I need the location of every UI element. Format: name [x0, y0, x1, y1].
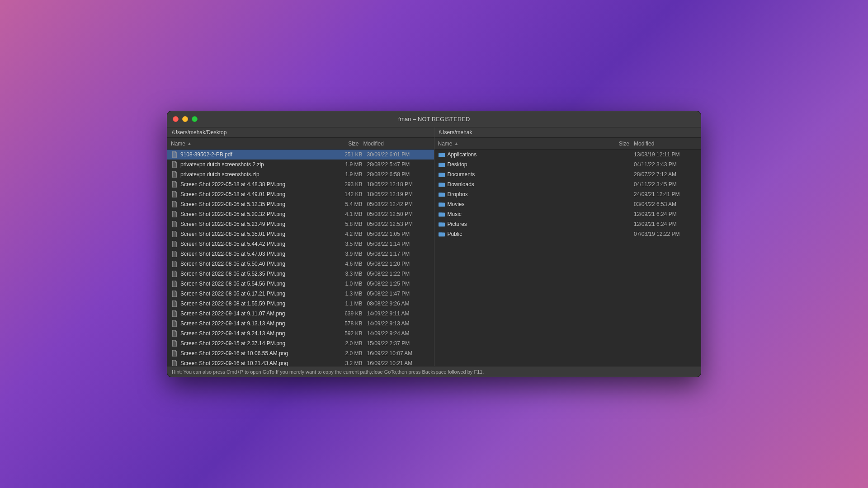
left-file-row[interactable]: Screen Shot 2022-08-05 at 5.23.49 PM.png… [167, 219, 434, 229]
file-modified: 13/08/19 12:11 PM [634, 151, 697, 158]
file-size: 5.4 MB [331, 201, 367, 207]
right-file-row[interactable]: Movies 03/04/22 6:53 AM [434, 199, 701, 209]
left-file-row[interactable]: Screen Shot 2022-09-15 at 2.37.14 PM.png… [167, 338, 434, 348]
file-name: Screen Shot 2022-08-05 at 5.50.40 PM.png [180, 261, 331, 267]
file-modified: 05/08/22 12:42 PM [367, 201, 430, 207]
file-name: Screen Shot 2022-05-18 at 4.49.01 PM.png [180, 191, 331, 197]
left-file-row[interactable]: Screen Shot 2022-08-05 at 5.12.35 PM.png… [167, 199, 434, 209]
svg-rect-17 [439, 233, 445, 236]
left-file-row[interactable]: Screen Shot 2022-08-05 at 6.17.21 PM.png… [167, 289, 434, 299]
svg-rect-13 [439, 213, 445, 216]
file-size: 1.0 MB [331, 281, 367, 287]
right-sort-arrow-icon: ▲ [454, 141, 459, 146]
left-file-row[interactable]: Screen Shot 2022-08-05 at 5.54.56 PM.png… [167, 279, 434, 289]
window-title: fman – NOT REGISTERED [398, 116, 470, 122]
file-modified: 15/09/22 2:37 PM [367, 340, 430, 347]
file-icon [171, 300, 178, 307]
left-file-row[interactable]: Screen Shot 2022-09-14 at 9.11.07 AM.png… [167, 309, 434, 319]
file-modified: 05/08/22 1:25 PM [367, 281, 430, 287]
file-modified: 12/09/21 6:24 PM [634, 211, 697, 217]
left-pane: /Users/mehak/Desktop Name ▲ Size Modifie… [167, 127, 434, 366]
right-file-row[interactable]: Dropbox 24/09/21 12:41 PM [434, 189, 701, 199]
file-name: Screen Shot 2022-08-05 at 5.47.03 PM.png [180, 251, 331, 257]
right-col-modified[interactable]: Modified [634, 141, 697, 147]
folder-icon [438, 211, 445, 218]
file-icon [171, 240, 178, 248]
svg-rect-5 [439, 173, 445, 177]
file-modified: 14/09/22 9:13 AM [367, 320, 430, 327]
minimize-button[interactable] [182, 116, 188, 122]
file-modified: 18/05/22 12:19 PM [367, 191, 430, 197]
file-icon [171, 340, 178, 347]
file-modified: 05/08/22 1:17 PM [367, 251, 430, 257]
left-file-row[interactable]: Screen Shot 2022-08-05 at 5.20.32 PM.png… [167, 209, 434, 219]
folder-icon [438, 151, 445, 158]
left-file-row[interactable]: Screen Shot 2022-08-05 at 5.47.03 PM.png… [167, 249, 434, 259]
right-file-row[interactable]: Downloads 04/11/22 3:45 PM [434, 179, 701, 189]
file-modified: 04/11/22 3:45 PM [634, 181, 697, 188]
right-file-row[interactable]: Documents 28/07/22 7:12 AM [434, 169, 701, 179]
left-file-row[interactable]: Screen Shot 2022-08-05 at 5.35.01 PM.png… [167, 229, 434, 239]
file-modified: 14/09/22 9:24 AM [367, 330, 430, 337]
maximize-button[interactable] [192, 116, 198, 122]
svg-rect-7 [439, 183, 445, 187]
file-name: Screen Shot 2022-08-05 at 5.23.49 PM.png [180, 221, 331, 227]
svg-rect-9 [439, 193, 445, 197]
left-file-row[interactable]: Screen Shot 2022-05-18 at 4.48.38 PM.png… [167, 179, 434, 189]
file-size: 2.0 MB [331, 350, 367, 357]
right-file-row[interactable]: Pictures 12/09/21 6:24 PM [434, 219, 701, 229]
left-file-row[interactable]: Screen Shot 2022-05-18 at 4.49.01 PM.png… [167, 189, 434, 199]
left-col-size[interactable]: Size [327, 141, 363, 147]
file-name: Movies [448, 201, 598, 207]
left-file-row[interactable]: privatevpn dutch screenshots 2.zip 1.9 M… [167, 160, 434, 169]
left-file-row[interactable]: privatevpn dutch screenshots.zip 1.9 MB … [167, 169, 434, 179]
left-file-row[interactable]: Screen Shot 2022-08-08 at 1.55.59 PM.png… [167, 299, 434, 309]
file-icon [171, 230, 178, 238]
file-size: 293 KB [331, 181, 367, 188]
file-name: Documents [448, 171, 598, 178]
file-name: Screen Shot 2022-08-05 at 5.44.42 PM.png [180, 241, 331, 247]
left-col-modified[interactable]: Modified [363, 141, 427, 147]
left-col-name[interactable]: Name ▲ [171, 141, 327, 147]
file-size: 1.9 MB [331, 171, 367, 178]
file-size: 3.3 MB [331, 271, 367, 277]
left-pane-path: /Users/mehak/Desktop [167, 127, 434, 138]
left-file-row[interactable]: Screen Shot 2022-09-16 at 10.06.55 AM.pn… [167, 348, 434, 358]
left-file-row[interactable]: Screen Shot 2022-08-05 at 5.50.40 PM.png… [167, 259, 434, 269]
right-pane-path: /Users/mehak [434, 127, 701, 138]
right-file-row[interactable]: Desktop 04/11/22 3:43 PM [434, 160, 701, 169]
folder-icon [438, 181, 445, 188]
left-file-row[interactable]: 9108-39502-2-PB.pdf 251 KB 30/09/22 6:01… [167, 150, 434, 160]
file-icon [171, 171, 178, 178]
file-name: Screen Shot 2022-09-14 at 9.24.13 AM.png [180, 330, 331, 337]
close-button[interactable] [173, 116, 179, 122]
file-name: Screen Shot 2022-09-14 at 9.13.13 AM.png [180, 320, 331, 327]
left-file-row[interactable]: Screen Shot 2022-08-05 at 5.52.35 PM.png… [167, 269, 434, 279]
file-icon [171, 161, 178, 168]
left-file-row[interactable]: Screen Shot 2022-08-05 at 5.44.42 PM.png… [167, 239, 434, 249]
left-file-list[interactable]: 9108-39502-2-PB.pdf 251 KB 30/09/22 6:01… [167, 150, 434, 366]
svg-rect-3 [439, 163, 445, 167]
right-col-size[interactable]: Size [598, 141, 634, 147]
right-col-name[interactable]: Name ▲ [438, 141, 598, 147]
right-file-row[interactable]: Applications 13/08/19 12:11 PM [434, 150, 701, 160]
file-size: 2.0 MB [331, 340, 367, 347]
file-icon [171, 201, 178, 208]
left-file-row[interactable]: Screen Shot 2022-09-14 at 9.24.13 AM.png… [167, 328, 434, 338]
file-modified: 16/09/22 10:21 AM [367, 360, 430, 366]
file-modified: 05/08/22 1:47 PM [367, 291, 430, 297]
pane-container: /Users/mehak/Desktop Name ▲ Size Modifie… [167, 127, 701, 366]
file-name: Music [448, 211, 598, 217]
file-icon [171, 350, 178, 357]
right-pane: /Users/mehak Name ▲ Size Modified Applic… [434, 127, 701, 366]
left-file-row[interactable]: Screen Shot 2022-09-14 at 9.13.13 AM.png… [167, 319, 434, 328]
file-icon [171, 260, 178, 267]
left-file-row[interactable]: Screen Shot 2022-09-16 at 10.21.43 AM.pn… [167, 358, 434, 366]
right-file-row[interactable]: Music 12/09/21 6:24 PM [434, 209, 701, 219]
right-file-row[interactable]: Public 07/08/19 12:22 PM [434, 229, 701, 239]
file-name: Screen Shot 2022-09-16 at 10.21.43 AM.pn… [180, 360, 331, 366]
right-file-list[interactable]: Applications 13/08/19 12:11 PM Desktop 0… [434, 150, 701, 366]
file-name: Applications [448, 151, 598, 158]
svg-rect-1 [439, 153, 445, 157]
file-size: 592 KB [331, 330, 367, 337]
